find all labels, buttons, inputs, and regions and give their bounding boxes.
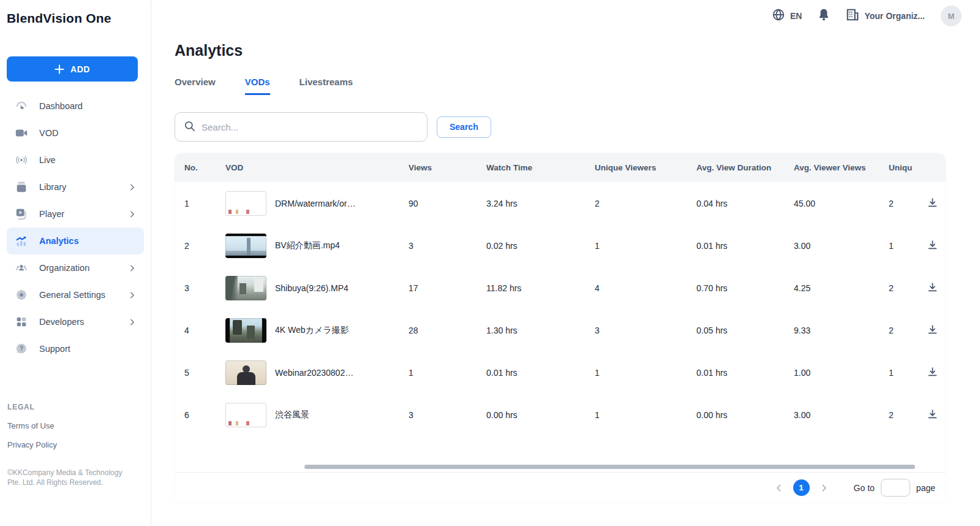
table-row[interactable]: 2BV紹介動画.mp430.02 hrs10.01 hrs3.001 bbox=[175, 224, 946, 267]
chevron-right-icon bbox=[128, 183, 136, 191]
column-header: Unique Viewers bbox=[595, 163, 696, 172]
chevron-right-icon bbox=[128, 318, 136, 326]
column-header: Avg. View Duration bbox=[696, 163, 794, 172]
sidebar-item-label: Analytics bbox=[39, 236, 136, 246]
add-button[interactable]: ADD bbox=[7, 56, 138, 82]
vod-thumbnail[interactable] bbox=[225, 318, 266, 343]
sidebar-item-library[interactable]: Library bbox=[7, 173, 144, 200]
sidebar-item-dashboard[interactable]: Dashboard bbox=[7, 93, 144, 120]
vod-cell: 渋谷風景 bbox=[225, 403, 409, 427]
avg-view-duration-value: 0.01 hrs bbox=[696, 241, 794, 251]
sidebar-item-player[interactable]: Player bbox=[7, 200, 144, 227]
horizontal-scrollbar[interactable] bbox=[304, 465, 915, 469]
column-header: No. bbox=[184, 163, 225, 172]
download-icon bbox=[927, 281, 938, 295]
chevron-right-icon bbox=[128, 291, 136, 299]
pagination: 1 bbox=[771, 479, 832, 496]
vod-analytics-table-card: No.VODViewsWatch TimeUnique ViewersAvg. … bbox=[175, 153, 946, 503]
svg-text:?: ? bbox=[20, 345, 23, 352]
main-content: Analytics OverviewVODsLivestreams Search… bbox=[175, 0, 946, 503]
analytics-icon bbox=[15, 234, 28, 248]
sidebar-item-label: Developers bbox=[39, 317, 117, 327]
player-icon bbox=[15, 207, 28, 221]
table-row[interactable]: 3Shibuya(9:26).MP41711.82 hrs40.70 hrs4.… bbox=[175, 267, 946, 309]
tab-livestreams[interactable]: Livestreams bbox=[300, 77, 353, 95]
vod-cell: BV紹介動画.mp4 bbox=[225, 234, 409, 258]
sidebar-item-label: General Settings bbox=[39, 290, 117, 300]
unique-viewers-value: 1 bbox=[595, 410, 696, 420]
row-number: 1 bbox=[184, 199, 225, 208]
legal-heading: LEGAL bbox=[7, 403, 144, 411]
vod-thumbnail[interactable] bbox=[225, 191, 266, 216]
tab-overview[interactable]: Overview bbox=[175, 77, 216, 95]
sidebar-item-live[interactable]: Live bbox=[7, 147, 144, 173]
row-number: 2 bbox=[184, 241, 225, 251]
go-to-page-input[interactable] bbox=[881, 479, 910, 497]
avg-viewer-views-value: 45.00 bbox=[794, 199, 889, 208]
download-button[interactable] bbox=[924, 321, 946, 340]
download-button[interactable] bbox=[924, 406, 946, 424]
table-row[interactable]: 5Webinar20230802…10.01 hrs10.01 hrs1.001 bbox=[175, 351, 946, 394]
dashboard-icon bbox=[15, 99, 28, 113]
table-row[interactable]: 44K Webカメラ撮影281.30 hrs30.05 hrs9.332 bbox=[175, 309, 946, 351]
table-row[interactable]: 6渋谷風景30.00 hrs10.00 hrs3.002 bbox=[175, 394, 946, 436]
tab-vods[interactable]: VODs bbox=[245, 77, 270, 95]
watch-time-value: 11.82 hrs bbox=[486, 283, 595, 293]
column-header: Avg. Viewer Views bbox=[794, 163, 889, 172]
search-icon bbox=[184, 120, 195, 134]
library-icon bbox=[15, 180, 28, 194]
download-button[interactable] bbox=[924, 237, 946, 255]
sidebar-item-vod[interactable]: VOD bbox=[7, 120, 144, 147]
column-header: Watch Time bbox=[486, 163, 595, 172]
legal-section: LEGAL Terms of Use Privacy Policy ©KKCom… bbox=[7, 403, 144, 487]
search-input[interactable] bbox=[202, 122, 418, 132]
download-button[interactable] bbox=[924, 194, 946, 213]
avg-viewer-views-value: 4.25 bbox=[794, 283, 889, 293]
watch-time-value: 0.01 hrs bbox=[486, 368, 595, 378]
plus-icon bbox=[55, 64, 64, 74]
sidebar-item-developers[interactable]: Developers bbox=[7, 308, 144, 335]
sidebar-item-general-settings[interactable]: General Settings bbox=[7, 281, 144, 308]
unique-value: 1 bbox=[889, 241, 924, 251]
live-icon bbox=[15, 153, 28, 167]
search-button[interactable]: Search bbox=[437, 116, 491, 138]
next-page-button[interactable] bbox=[816, 480, 832, 496]
column-header: Uniqu bbox=[889, 163, 924, 172]
download-button[interactable] bbox=[924, 279, 946, 297]
add-button-label: ADD bbox=[70, 64, 90, 74]
terms-of-use-link[interactable]: Terms of Use bbox=[7, 421, 144, 430]
vod-thumbnail[interactable] bbox=[225, 360, 266, 385]
vod-thumbnail[interactable] bbox=[225, 276, 266, 300]
sidebar-item-label: Dashboard bbox=[39, 101, 136, 111]
views-value: 3 bbox=[409, 410, 486, 420]
unique-viewers-value: 1 bbox=[595, 241, 696, 251]
privacy-policy-link[interactable]: Privacy Policy bbox=[7, 440, 144, 449]
sidebar-item-label: Organization bbox=[39, 263, 117, 273]
watch-time-value: 0.00 hrs bbox=[486, 410, 595, 420]
unique-value: 2 bbox=[889, 326, 924, 335]
avg-view-duration-value: 0.00 hrs bbox=[696, 410, 794, 420]
vod-title: 4K Webカメラ撮影 bbox=[275, 325, 349, 336]
table-row[interactable]: 1DRM/watermark/or…903.24 hrs20.04 hrs45.… bbox=[175, 182, 946, 224]
download-icon bbox=[927, 366, 938, 379]
sidebar-item-organization[interactable]: Organization bbox=[7, 254, 144, 281]
vod-title: 渋谷風景 bbox=[275, 410, 309, 421]
download-icon bbox=[927, 324, 938, 337]
unique-viewers-value: 2 bbox=[595, 199, 696, 208]
sidebar-item-analytics[interactable]: Analytics bbox=[7, 227, 144, 254]
vod-title: Shibuya(9:26).MP4 bbox=[275, 283, 349, 293]
sidebar: BlendVision One ADD DashboardVODLiveLibr… bbox=[0, 0, 151, 526]
current-page-button[interactable]: 1 bbox=[793, 479, 810, 496]
settings-icon bbox=[15, 288, 28, 302]
download-button[interactable] bbox=[924, 364, 946, 382]
vod-thumbnail[interactable] bbox=[225, 234, 266, 258]
download-icon bbox=[927, 408, 938, 422]
vod-thumbnail[interactable] bbox=[225, 403, 266, 427]
vod-cell: Webinar20230802… bbox=[225, 360, 409, 385]
vod-cell: Shibuya(9:26).MP4 bbox=[225, 276, 409, 300]
views-value: 3 bbox=[409, 241, 486, 251]
avg-viewer-views-value: 3.00 bbox=[794, 241, 889, 251]
sidebar-item-support[interactable]: ?Support bbox=[7, 335, 144, 362]
go-to-label: Go to bbox=[854, 483, 875, 493]
previous-page-button[interactable] bbox=[771, 480, 787, 496]
